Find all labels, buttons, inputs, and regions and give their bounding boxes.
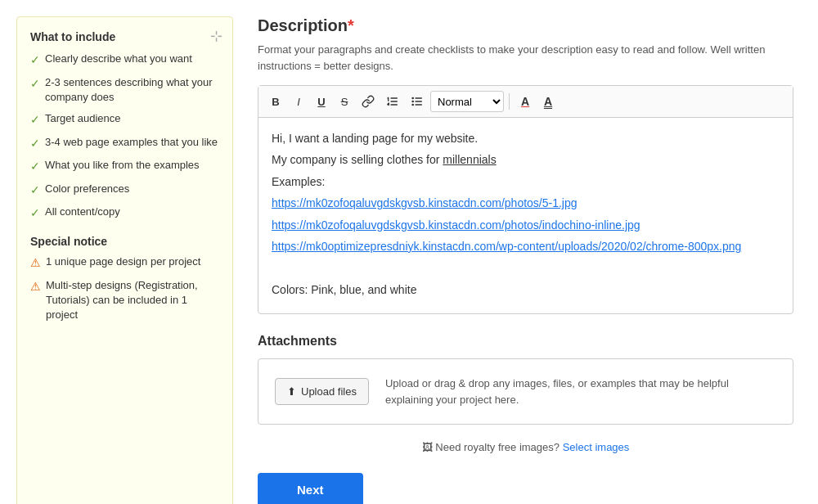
check-icon-5: ✓ xyxy=(30,182,40,199)
sidebar-item-1: ✓2-3 sentences describing what your comp… xyxy=(30,75,219,105)
svg-point-7 xyxy=(412,97,413,98)
sidebar-items-list: ✓Clearly describe what you want✓2-3 sent… xyxy=(30,52,219,222)
main-content: Description* Format your paragraphs and … xyxy=(233,0,818,504)
editor-line-colors: Colors: Pink, blue, and white xyxy=(272,281,780,299)
check-icon-0: ✓ xyxy=(30,52,40,69)
attachments-box: ⬆ Upload files Upload or drag & drop any… xyxy=(258,358,793,425)
warn-icon-1: ⚠ xyxy=(30,279,41,295)
toolbar-divider xyxy=(509,93,510,110)
editor-link-2: https://mk0zofoqaluvgdskgvsb.kinstacdn.c… xyxy=(272,216,780,234)
special-notice-list: ⚠1 unique page design per project⚠Multi-… xyxy=(30,254,219,322)
editor-line-1: Hi, I want a landing page for my website… xyxy=(272,129,780,147)
royalty-text: Need royalty free images? xyxy=(435,441,560,453)
example-link-1[interactable]: https://mk0zofoqaluvgdskgvsb.kinstacdn.c… xyxy=(272,196,578,209)
special-notice-item-1: ⚠Multi-step designs (Registration, Tutor… xyxy=(30,278,219,323)
sidebar-item-3: ✓3-4 web page examples that you like xyxy=(30,135,219,152)
editor-content[interactable]: Hi, I want a landing page for my website… xyxy=(258,118,793,313)
check-icon-2: ✓ xyxy=(30,112,40,128)
attachments-title: Attachments xyxy=(258,334,793,349)
editor-line-3: Examples: xyxy=(272,173,780,191)
section-subtitle: Format your paragraphs and create checkl… xyxy=(258,42,793,74)
font-color-button[interactable]: A xyxy=(515,91,536,112)
format-select[interactable]: Normal Heading 1 Heading 2 Heading 3 xyxy=(430,91,504,112)
royalty-row: 🖼 Need royalty free images? Select image… xyxy=(258,441,793,453)
svg-point-8 xyxy=(412,101,413,101)
section-title: Description* xyxy=(258,16,793,35)
example-link-2[interactable]: https://mk0zofoqaluvgdskgvsb.kinstacdn.c… xyxy=(272,218,640,232)
special-notice-section: Special notice ⚠1 unique page design per… xyxy=(30,235,219,322)
attachments-section: Attachments ⬆ Upload files Upload or dra… xyxy=(258,334,793,425)
drag-icon[interactable]: ⊹ xyxy=(210,27,222,45)
millennials-word: millennials xyxy=(443,153,496,166)
unordered-list-button[interactable] xyxy=(406,91,429,112)
link-button[interactable] xyxy=(357,91,380,112)
sidebar-title: What to include xyxy=(30,30,219,43)
editor-link-3: https://mk0optimizepresdniyk.kinstacdn.c… xyxy=(272,237,780,255)
sidebar-item-0: ✓Clearly describe what you want xyxy=(30,52,219,69)
clear-format-button[interactable]: A xyxy=(537,91,559,112)
sidebar-item-2: ✓Target audience xyxy=(30,111,219,128)
editor-wrapper: B I U S xyxy=(258,85,793,314)
upload-description: Upload or drag & drop any images, files,… xyxy=(385,376,776,407)
upload-button-label: Upload files xyxy=(301,385,357,398)
sidebar-item-5: ✓Color preferences xyxy=(30,182,219,199)
sidebar-item-4: ✓What you like from the examples xyxy=(30,158,219,175)
check-icon-1: ✓ xyxy=(30,76,40,92)
warn-icon-0: ⚠ xyxy=(30,255,41,272)
italic-button[interactable]: I xyxy=(288,91,309,112)
editor-toolbar: B I U S xyxy=(258,86,793,118)
upload-button[interactable]: ⬆ Upload files xyxy=(275,378,369,405)
check-icon-3: ✓ xyxy=(30,136,40,152)
upload-icon: ⬆ xyxy=(287,385,296,398)
royalty-icon: 🖼 xyxy=(422,441,433,453)
editor-line-empty xyxy=(272,259,780,277)
check-icon-4: ✓ xyxy=(30,159,40,175)
underline-button[interactable]: U xyxy=(311,91,332,112)
bold-button[interactable]: B xyxy=(265,91,286,112)
sidebar: ⊹ What to include ✓Clearly describe what… xyxy=(16,16,233,504)
example-link-3[interactable]: https://mk0optimizepresdniyk.kinstacdn.c… xyxy=(272,240,741,253)
check-icon-6: ✓ xyxy=(30,205,40,222)
sidebar-item-6: ✓All content/copy xyxy=(30,205,219,222)
editor-line-2: My company is selling clothes for millen… xyxy=(272,151,780,169)
special-notice-title: Special notice xyxy=(30,235,219,248)
special-notice-item-0: ⚠1 unique page design per project xyxy=(30,254,219,272)
editor-link-1: https://mk0zofoqaluvgdskgvsb.kinstacdn.c… xyxy=(272,194,780,212)
select-images-link[interactable]: Select images xyxy=(563,441,630,453)
svg-point-9 xyxy=(412,104,413,105)
strikethrough-button[interactable]: S xyxy=(334,91,355,112)
next-button[interactable]: Next xyxy=(258,473,363,504)
ordered-list-button[interactable] xyxy=(381,91,404,112)
